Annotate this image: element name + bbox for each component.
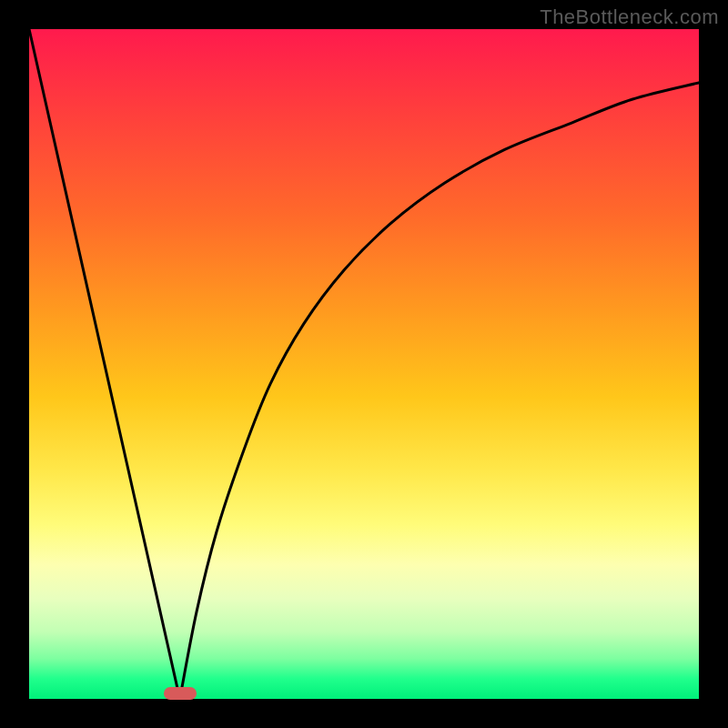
curve-svg <box>29 29 699 699</box>
chart-frame: TheBottleneck.com <box>0 0 728 728</box>
minimum-marker <box>164 687 197 700</box>
watermark-text: TheBottleneck.com <box>540 5 719 29</box>
left-line-segment <box>29 29 180 699</box>
right-curve-segment <box>180 83 699 699</box>
plot-area <box>29 29 699 699</box>
